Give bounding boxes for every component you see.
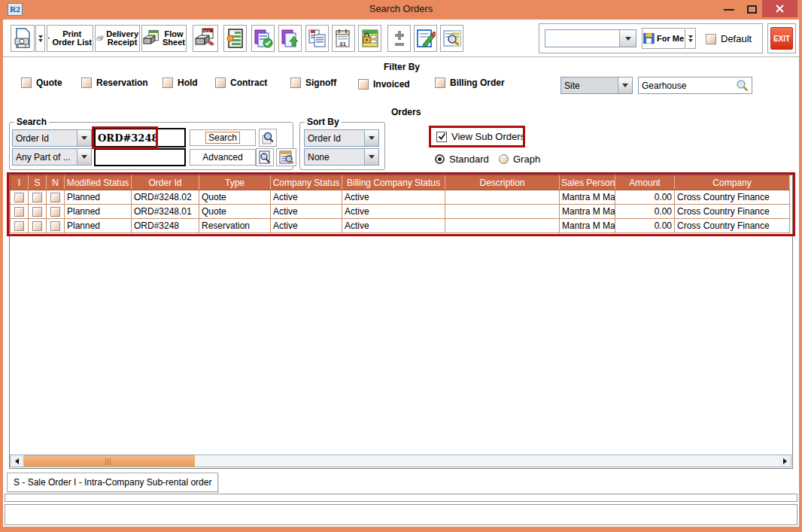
print-options-dropdown-button[interactable]	[35, 25, 45, 52]
row-checkbox-n[interactable]	[50, 207, 60, 217]
dropdown-arrow-button[interactable]	[77, 149, 91, 165]
saved-search-dropdown[interactable]	[545, 29, 636, 47]
table-row[interactable]: Planned ORD#3248 Reservation Active Acti…	[11, 219, 790, 233]
cell-company-status[interactable]: Active	[271, 190, 342, 205]
cell-modified-status[interactable]: Planned	[65, 219, 132, 233]
print-button[interactable]	[11, 25, 35, 52]
graph-radio[interactable]: Graph	[499, 154, 540, 165]
cell-billing-company-status[interactable]: Active	[342, 205, 445, 219]
cell-amount[interactable]: 0.00	[615, 190, 675, 205]
row-checkbox-s[interactable]	[32, 207, 42, 217]
row-checkbox-i[interactable]	[14, 193, 24, 202]
for-me-spinner[interactable]	[686, 28, 696, 49]
default-checkbox[interactable]: Default	[706, 33, 752, 44]
cell-sales-person[interactable]: Mantra M Ma...	[560, 190, 615, 205]
row-checkbox-n[interactable]	[50, 193, 60, 202]
row-checkbox-i[interactable]	[14, 221, 24, 231]
row-checkbox-s[interactable]	[32, 193, 42, 202]
table-row[interactable]: Planned ORD#3248.02 Quote Active Active …	[11, 190, 790, 205]
grid-search-button[interactable]	[276, 148, 296, 166]
flow-sheet-button[interactable]: Flow Sheet	[141, 25, 187, 52]
cell-description[interactable]	[445, 190, 560, 205]
minimize-button[interactable]	[724, 9, 734, 11]
close-button[interactable]	[762, 0, 797, 17]
cell-company-status[interactable]: Active	[271, 205, 342, 219]
filter-checkbox-signoff[interactable]: Signoff	[290, 78, 336, 88]
filter-checkbox-contract[interactable]: Contract	[215, 78, 267, 88]
cell-sales-person[interactable]: Mantra M Ma...	[560, 219, 615, 233]
magnifier-icon[interactable]	[736, 79, 749, 92]
advanced-button[interactable]: Advanced	[190, 149, 256, 166]
cell-company[interactable]: Cross Country Finance	[675, 205, 790, 219]
adjust-quantity-button[interactable]	[387, 25, 411, 52]
column-header-amount[interactable]: Amount	[615, 176, 675, 190]
cell-type[interactable]: Quote	[199, 205, 271, 219]
search-criteria1-dropdown[interactable]: Order Id	[12, 129, 92, 147]
row-checkbox-i[interactable]	[14, 207, 24, 217]
cell-order-id[interactable]: ORD#3248.02	[132, 190, 199, 205]
search-criteria2-dropdown[interactable]: Any Part of ...	[12, 148, 92, 166]
column-header-description[interactable]: Description	[445, 176, 560, 190]
search-value1-input[interactable]: ORD#3248	[94, 128, 186, 147]
confirm-order-button[interactable]	[251, 25, 275, 52]
standard-radio[interactable]: Standard	[435, 154, 489, 165]
cell-type[interactable]: Quote	[199, 190, 271, 205]
site-search-field[interactable]: Gearhouse	[638, 77, 752, 94]
dropdown-arrow-button[interactable]	[619, 30, 636, 47]
column-header-sales-person[interactable]: Sales Person	[560, 176, 615, 190]
scroll-right-button[interactable]	[779, 455, 791, 467]
print-order-list-button[interactable]: Print Order List	[47, 25, 93, 52]
cell-sales-person[interactable]: Mantra M Ma...	[560, 205, 615, 219]
row-checkbox-n[interactable]	[50, 221, 60, 231]
send-order-button[interactable]	[278, 25, 302, 52]
horizontal-scrollbar[interactable]	[10, 454, 791, 467]
title-bar[interactable]: R2 Search Orders	[0, 0, 802, 20]
preview-button[interactable]	[440, 25, 463, 52]
site-dropdown[interactable]: Site	[560, 77, 633, 94]
edit-order-button[interactable]	[414, 25, 437, 52]
search-button[interactable]: Search	[190, 129, 256, 146]
pick-list-button[interactable]: PICK	[193, 25, 218, 52]
dropdown-arrow-button[interactable]	[364, 130, 378, 146]
column-header-company[interactable]: Company	[675, 176, 790, 190]
delivery-receipt-button[interactable]: Delivery Receipt	[95, 25, 140, 52]
column-header-n[interactable]: N	[47, 176, 65, 190]
column-header-i[interactable]: I	[11, 176, 29, 190]
cell-modified-status[interactable]: Planned	[65, 190, 132, 205]
column-header-modified-status[interactable]: Modified Status	[65, 176, 132, 190]
dropdown-arrow-button[interactable]	[618, 78, 632, 93]
cell-company-status[interactable]: Active	[271, 219, 342, 233]
for-me-button[interactable]: For Me	[642, 28, 685, 49]
row-checkbox-s[interactable]	[32, 221, 42, 231]
results-list[interactable]: I S N Modified Status Order Id Type Comp…	[9, 175, 793, 469]
view-sub-orders-checkbox[interactable]: View Sub Orders	[436, 131, 525, 142]
cell-amount[interactable]: 0.00	[615, 219, 675, 233]
cell-billing-company-status[interactable]: Active	[342, 219, 445, 233]
dropdown-arrow-button[interactable]	[364, 149, 378, 165]
column-header-type[interactable]: Type	[199, 176, 271, 190]
column-header-billing-company-status[interactable]: Billing Company Status	[342, 176, 445, 190]
sort-secondary-dropdown[interactable]: None	[304, 148, 379, 166]
cell-company[interactable]: Cross Country Finance	[675, 219, 790, 233]
cell-description[interactable]	[445, 205, 560, 219]
table-row[interactable]: Planned ORD#3248.01 Quote Active Active …	[11, 205, 790, 219]
new-order-button[interactable]	[223, 25, 247, 52]
scrollbar-thumb[interactable]	[23, 455, 195, 467]
security-button[interactable]	[358, 25, 381, 52]
cell-type[interactable]: Reservation	[199, 219, 271, 233]
maximize-button[interactable]	[747, 5, 757, 14]
cell-amount[interactable]: 0.00	[615, 205, 675, 219]
filter-checkbox-quote[interactable]: Quote	[21, 78, 62, 88]
cell-order-id[interactable]: ORD#3248.01	[132, 205, 199, 219]
cell-description[interactable]	[445, 219, 560, 233]
filter-checkbox-reservation[interactable]: Reservation	[81, 78, 148, 88]
cell-order-id[interactable]: ORD#3248	[132, 219, 199, 233]
exit-button[interactable]: EXIT	[770, 27, 793, 50]
search-value2-input[interactable]	[94, 148, 186, 166]
column-header-order-id[interactable]: Order Id	[132, 176, 199, 190]
cell-company[interactable]: Cross Country Finance	[675, 190, 790, 205]
column-header-s[interactable]: S	[29, 176, 47, 190]
cell-modified-status[interactable]: Planned	[65, 205, 132, 219]
cell-billing-company-status[interactable]: Active	[342, 190, 445, 205]
sort-primary-dropdown[interactable]: Order Id	[304, 129, 379, 147]
